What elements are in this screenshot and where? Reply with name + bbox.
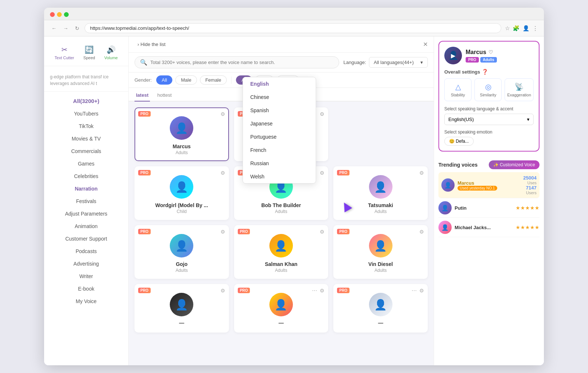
sidebar-item-commercials[interactable]: Commercials bbox=[44, 145, 128, 157]
trending-item-michael[interactable]: 👤 Michael Jacks... ★★★★★ bbox=[438, 218, 539, 237]
gear-icon-gojo[interactable]: ⚙ bbox=[220, 229, 225, 235]
lang-option-french[interactable]: French bbox=[243, 143, 316, 157]
gear-icon-r4-3[interactable]: ⚙ bbox=[419, 288, 424, 294]
sidebar-item-narration[interactable]: Narration bbox=[44, 182, 128, 195]
speaking-language-label: Select speaking language & accent bbox=[444, 106, 534, 111]
gear-icon-bob[interactable]: ⚙ bbox=[320, 170, 325, 176]
sidebar-item-ebook[interactable]: E-book bbox=[44, 283, 128, 295]
lang-option-japanese[interactable]: Japanese bbox=[243, 117, 316, 130]
sidebar-item-my-voice[interactable]: My Voice bbox=[44, 295, 128, 308]
voice-card-gojo[interactable]: PRO ⚙ 👤 Gojo Adults bbox=[135, 225, 229, 279]
bookmark-icon[interactable]: ☆ bbox=[505, 25, 510, 32]
sidebar-item-adjust[interactable]: Adjust Parameters bbox=[44, 207, 128, 220]
lang-option-spanish[interactable]: Spanish bbox=[243, 104, 316, 117]
voice-card-tatsumaki[interactable]: PRO ⚙ 👤 Tatsumaki Adults bbox=[333, 166, 428, 220]
lang-option-english[interactable]: English bbox=[243, 77, 316, 90]
setting-similarity[interactable]: ◎ Similarity bbox=[474, 78, 502, 101]
more-icon-r4-3[interactable]: ⋯ bbox=[412, 288, 417, 294]
hide-list-button[interactable]: › Hide the list bbox=[135, 40, 168, 49]
trending-item-marcus[interactable]: 👤 Marcus Used yesterday NO.1 25004 Uses … bbox=[438, 172, 539, 198]
gear-icon-wordgirl[interactable]: ⚙ bbox=[220, 170, 225, 176]
emotion-button[interactable]: 😊 Defa... bbox=[444, 137, 474, 146]
adults-badge-selected: Adults bbox=[480, 57, 497, 63]
voice-name-wordgirl: Wordgirl (Model By ... bbox=[140, 202, 223, 208]
tab-latest[interactable]: latest bbox=[135, 89, 150, 102]
dropdown-chevron: ▾ bbox=[527, 117, 530, 122]
language-dropdown[interactable]: All languages(44+) ▾ bbox=[369, 57, 428, 68]
settings-grid: △ Stability ◎ Similarity 📡 Exaggeration bbox=[444, 78, 534, 101]
extensions-icon[interactable]: 🧩 bbox=[513, 25, 520, 32]
trending-title: Trending voices bbox=[438, 162, 478, 168]
lang-option-russian[interactable]: Russian bbox=[243, 157, 316, 170]
voice-sub-gojo: Adults bbox=[140, 268, 223, 273]
sidebar-item-advertising[interactable]: Advertising bbox=[44, 257, 128, 270]
voice-card-wordgirl[interactable]: PRO ⚙ 👤 Wordgirl (Model By ... Child bbox=[135, 166, 229, 220]
lang-option-welsh[interactable]: Welsh bbox=[243, 170, 316, 183]
tab-hottest[interactable]: hottest bbox=[156, 89, 173, 102]
more-icon-r4-2[interactable]: ⋯ bbox=[312, 288, 317, 294]
pro-badge-tatsumaki: PRO bbox=[337, 170, 349, 175]
pro-badge-gojo: PRO bbox=[138, 229, 151, 234]
sidebar-item-festivals[interactable]: Festivals bbox=[44, 195, 128, 207]
back-button[interactable]: ← bbox=[50, 24, 58, 33]
sidebar-bg-text: g-edge platform that transf ice leverage… bbox=[44, 69, 128, 92]
forward-button[interactable]: → bbox=[62, 24, 70, 33]
sidebar-item-customer-support[interactable]: Customer Support bbox=[44, 232, 128, 245]
text-cutter-tool[interactable]: ✂ Text Cutter bbox=[55, 45, 74, 60]
sidebar-item-games[interactable]: Games bbox=[44, 157, 128, 170]
sidebar-item-celebrities[interactable]: Celebrities bbox=[44, 170, 128, 182]
maximize-traffic-light[interactable] bbox=[64, 12, 69, 17]
sidebar-item-animation[interactable]: Animation bbox=[44, 220, 128, 232]
lang-option-portuguese[interactable]: Portuguese bbox=[243, 130, 316, 143]
gear-icon-r4-1[interactable]: ⚙ bbox=[220, 288, 225, 294]
gear-icon-marcus[interactable]: ⚙ bbox=[220, 111, 225, 117]
close-panel-button[interactable]: ✕ bbox=[423, 41, 428, 48]
gender-all-button[interactable]: All bbox=[156, 75, 172, 85]
speed-tool[interactable]: 🔄 Speed bbox=[83, 45, 95, 60]
volume-tool[interactable]: 🔊 Volume bbox=[104, 45, 118, 60]
sidebar-item-podcasts[interactable]: Podcasts bbox=[44, 245, 128, 257]
voice-card-marcus[interactable]: PRO ⚙ 👤 Marcus Adults bbox=[135, 107, 229, 161]
speaking-language-dropdown[interactable]: English(US) ▾ bbox=[444, 114, 534, 125]
voice-card-salman[interactable]: PRO ⚙ 👤 Salman Khan Adults bbox=[234, 225, 329, 279]
voice-card-row4-2[interactable]: PRO ⚙ ⋯ 👤 — bbox=[234, 284, 329, 333]
profile-icon[interactable]: 👤 bbox=[523, 25, 530, 32]
trending-counts-marcus: 25004 Uses 7147 Users bbox=[523, 175, 537, 195]
trending-list: 👤 Marcus Used yesterday NO.1 25004 Uses … bbox=[434, 172, 544, 237]
more-icon[interactable]: ⋮ bbox=[533, 25, 538, 32]
trending-item-putin[interactable]: 👤 Putin ★★★★★ bbox=[438, 198, 539, 218]
gear-icon-r4-2[interactable]: ⚙ bbox=[320, 288, 325, 294]
minimize-traffic-light[interactable] bbox=[57, 12, 62, 17]
gender-female-button[interactable]: Female bbox=[200, 75, 227, 85]
sidebar-item-youtubers[interactable]: YouTubers bbox=[44, 107, 128, 120]
language-current: All languages(44+) bbox=[374, 60, 414, 65]
lang-option-chinese[interactable]: Chinese bbox=[243, 90, 316, 104]
sidebar-item-writer[interactable]: Writer bbox=[44, 270, 128, 283]
search-input[interactable] bbox=[150, 60, 334, 65]
left-sidebar: ✂ Text Cutter 🔄 Speed 🔊 Volume g-edge pl… bbox=[44, 36, 129, 365]
customized-voice-button[interactable]: ✨ Customized Voice bbox=[489, 160, 539, 169]
voice-card-row4-1[interactable]: PRO ⚙ 👤 — bbox=[135, 284, 229, 333]
play-overlay[interactable]: ▶ bbox=[444, 47, 462, 64]
trending-info-putin: Putin bbox=[455, 205, 513, 211]
pro-badge-r4-2: PRO bbox=[238, 288, 250, 293]
setting-stability[interactable]: △ Stability bbox=[444, 78, 472, 101]
setting-exaggeration[interactable]: 📡 Exaggeration bbox=[505, 78, 534, 101]
gear-icon-saori[interactable]: ⚙ bbox=[320, 111, 325, 117]
address-bar[interactable] bbox=[85, 23, 501, 33]
chevron-right-icon: › bbox=[137, 42, 139, 47]
sidebar-item-tiktok[interactable]: TikTok bbox=[44, 120, 128, 132]
voice-sub-marcus: Adults bbox=[140, 150, 223, 155]
sidebar-item-all[interactable]: All(3200+) bbox=[44, 95, 128, 107]
gear-icon-tatsumaki[interactable]: ⚙ bbox=[419, 170, 424, 176]
close-traffic-light[interactable] bbox=[50, 12, 55, 17]
gear-icon-vin[interactable]: ⚙ bbox=[419, 229, 424, 235]
gender-male-button[interactable]: Male bbox=[175, 75, 197, 85]
heart-icon[interactable]: ♡ bbox=[488, 49, 493, 55]
refresh-button[interactable]: ↻ bbox=[74, 24, 81, 33]
help-icon[interactable]: ❓ bbox=[482, 69, 488, 75]
voice-card-row4-3[interactable]: PRO ⚙ ⋯ 👤 — bbox=[333, 284, 428, 333]
voice-card-vin[interactable]: PRO ⚙ 👤 Vin Diesel Adults bbox=[333, 225, 428, 279]
sidebar-item-movies-tv[interactable]: Movies & TV bbox=[44, 132, 128, 145]
gear-icon-salman[interactable]: ⚙ bbox=[320, 229, 325, 235]
